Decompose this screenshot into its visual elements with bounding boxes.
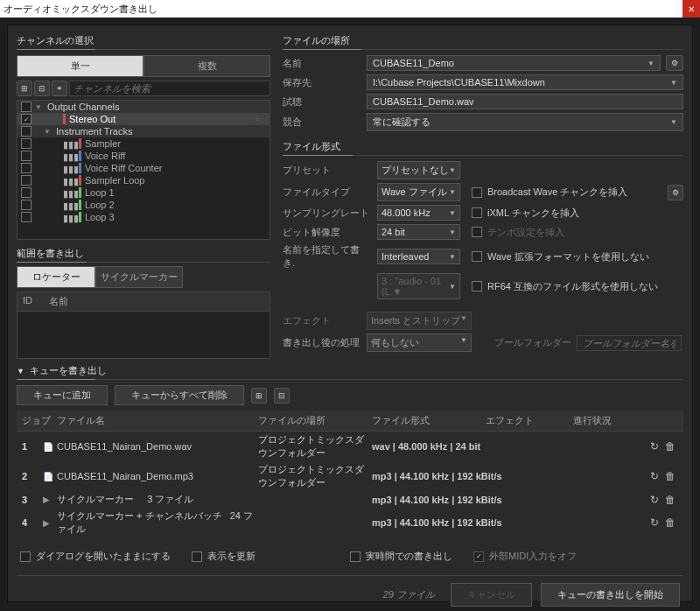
tempo-checkbox — [472, 227, 482, 237]
reset-icon[interactable]: ↻ — [647, 516, 662, 529]
tab-cycle-marker[interactable]: サイクルマーカー — [95, 266, 183, 288]
tab-multi[interactable]: 複数 — [144, 55, 270, 77]
realtime-checkbox[interactable] — [350, 551, 360, 562]
play-icon: ▶ — [43, 495, 57, 504]
tab-locator[interactable]: ロケーター — [17, 266, 95, 288]
scheme-dropdown: 3 : "audio - 01 (L ▼ — [377, 273, 460, 299]
start-button[interactable]: キューの書き出しを開始 — [541, 583, 680, 607]
conflict-dropdown[interactable]: 常に確認する — [367, 113, 683, 131]
queue-row[interactable]: 4▶ サイクルマーカー + チャンネルバッチ 24 ファイル mp3 | 44.… — [17, 508, 683, 537]
preview-field: CUBASE11_Demo.wav — [367, 94, 683, 109]
queue-row[interactable]: 1📄 CUBASE11_Nairan_Demo.wav プロジェクトミックスダウ… — [17, 432, 683, 461]
file-location-legend: ファイルの場所 — [283, 34, 683, 50]
effects-dropdown: Inserts とストリップ▼ — [367, 312, 472, 330]
refresh-checkbox[interactable] — [192, 551, 202, 562]
bitdepth-dropdown[interactable]: 24 bit — [377, 224, 460, 240]
window-titlebar: オーディオミックスダウン書き出し ✕ — [0, 0, 700, 18]
range-legend: 範囲を書き出し — [17, 247, 270, 263]
channel-search-input[interactable] — [69, 81, 270, 96]
name-field[interactable]: CUBASE11_Demo — [367, 55, 661, 71]
ext-midi-checkbox: ✓ — [473, 551, 484, 562]
range-list[interactable] — [17, 312, 270, 359]
collapse-icon[interactable]: ⊟ — [274, 388, 290, 404]
play-icon: ▶ — [43, 518, 57, 528]
tab-single[interactable]: 単一 — [17, 55, 144, 77]
interleave-dropdown[interactable]: Interleaved — [377, 249, 460, 264]
queue-add-button[interactable]: キューに追加 — [17, 385, 108, 405]
link-icon: ⚭ — [254, 115, 266, 124]
queue-legend: キューを書き出し — [30, 364, 107, 377]
filetype-dropdown[interactable]: Wave ファイル — [377, 183, 460, 201]
post-dropdown[interactable]: 何もしない▼ — [367, 334, 472, 352]
ixml-checkbox[interactable] — [472, 207, 482, 218]
collapse-all-icon[interactable]: ⊟ — [34, 81, 50, 96]
trash-icon[interactable]: 🗑 — [662, 494, 678, 506]
file-format-legend: ファイル形式 — [283, 140, 683, 156]
queue-clear-button[interactable]: キューからすべて削除 — [115, 385, 244, 405]
samplerate-dropdown[interactable]: 48.000 kHz — [377, 205, 460, 221]
reset-icon[interactable]: ↻ — [647, 494, 662, 506]
expand-icon[interactable]: ⊞ — [251, 388, 267, 404]
reset-icon[interactable]: ↻ — [647, 440, 662, 453]
queue-row[interactable]: 2📄 CUBASE11_Nairan_Demo.mp3 プロジェクトミックスダウ… — [17, 461, 683, 491]
trash-icon[interactable]: 🗑 — [662, 470, 678, 482]
preset-dropdown[interactable]: プリセットなし — [377, 161, 460, 179]
pool-folder-input — [577, 335, 682, 351]
close-button[interactable]: ✕ — [682, 0, 700, 18]
window-title: オーディオミックスダウン書き出し — [4, 3, 158, 16]
file-count: 29 ファイル — [383, 588, 435, 601]
reset-icon[interactable]: ↻ — [647, 470, 662, 482]
dest-field[interactable]: I:\Cubase Projects\CUBASE11\Mixdown — [367, 74, 683, 90]
gear-icon[interactable]: ⚙ — [668, 185, 683, 200]
file-icon: 📄 — [43, 442, 57, 452]
channel-tree[interactable]: ▼Output Channels ✓Stereo Out⚭ ▼Instrumen… — [17, 100, 270, 240]
expand-all-icon[interactable]: ⊞ — [17, 81, 32, 96]
dialog-body: チャンネルの選択 単一 複数 ⊞ ⊟ ⚭ ▼Output Channels ✓S… — [7, 25, 693, 602]
tree-stereo-out: ✓Stereo Out⚭ — [18, 113, 270, 125]
link-icon[interactable]: ⚭ — [52, 81, 67, 96]
rf64-checkbox[interactable] — [472, 281, 482, 291]
queue-row[interactable]: 3▶ サイクルマーカー 3 ファイル mp3 | 44.100 kHz | 19… — [17, 491, 683, 508]
waveext-checkbox[interactable] — [472, 251, 482, 262]
bwave-checkbox[interactable] — [472, 187, 482, 198]
file-icon: 📄 — [43, 472, 57, 481]
trash-icon[interactable]: 🗑 — [662, 440, 678, 453]
trash-icon[interactable]: 🗑 — [662, 516, 678, 529]
gear-icon[interactable]: ⚙ — [666, 55, 683, 71]
channel-select-legend: チャンネルの選択 — [17, 34, 270, 50]
keep-open-checkbox[interactable] — [20, 551, 31, 562]
cancel-button: キャンセル — [451, 583, 532, 607]
